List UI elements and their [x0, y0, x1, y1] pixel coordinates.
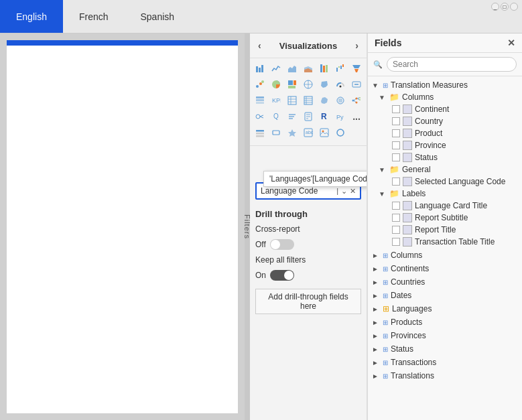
stacked-area-icon[interactable]	[301, 61, 316, 76]
checkbox-continent[interactable]	[392, 105, 400, 113]
panel-right-arrow[interactable]: ›	[352, 38, 361, 54]
tab-spanish[interactable]: Spanish	[125, 0, 191, 33]
svg-point-48	[359, 97, 361, 98]
shape-map-icon[interactable]	[317, 93, 332, 108]
close-button[interactable]	[510, 3, 518, 11]
smart-narrative-icon[interactable]	[285, 109, 300, 124]
lang-code-chevron[interactable]: ⌄	[341, 187, 347, 196]
field-group-header-languages[interactable]: ► ⊞ Languages	[368, 303, 522, 315]
tab-french[interactable]: French	[63, 0, 125, 33]
more-visuals-icon[interactable]: ...	[349, 109, 364, 124]
svg-rect-12	[342, 64, 344, 67]
svg-rect-7	[323, 66, 325, 72]
button-icon[interactable]	[269, 125, 283, 140]
add-drill-through-button[interactable]: Add drill-through fields here	[255, 289, 361, 314]
key-influencers-icon[interactable]	[253, 109, 267, 124]
svg-text:Q: Q	[273, 113, 279, 120]
table-icon: ⊞	[383, 252, 388, 259]
r-visual-icon[interactable]: R	[317, 109, 332, 124]
ribbon-chart-icon[interactable]	[317, 61, 332, 76]
checkbox-selected-lang-code[interactable]	[392, 178, 400, 186]
multi-row-card-icon[interactable]	[253, 93, 267, 108]
matrix-icon[interactable]	[301, 93, 316, 108]
table-icon: ⊞	[383, 279, 388, 286]
cross-report-label: Cross-report	[255, 224, 300, 234]
svg-marker-3	[288, 66, 296, 72]
field-item-transaction-table-title: Transaction Table Title	[368, 236, 522, 248]
field-group-header-columns[interactable]: ► ⊞ Columns	[368, 249, 522, 261]
panel-left-arrow[interactable]: ‹	[255, 38, 264, 54]
checkbox-province[interactable]	[392, 141, 400, 149]
lang-code-clear[interactable]: ✕	[350, 187, 356, 196]
cross-report-track[interactable]	[270, 239, 294, 250]
checkbox-status[interactable]	[392, 153, 400, 161]
card-icon[interactable]	[349, 77, 364, 92]
cross-report-toggle[interactable]: Off	[255, 239, 294, 250]
keep-filters-toggle[interactable]: On	[255, 270, 294, 281]
field-group-columns: ► ⊞ Columns	[368, 249, 522, 261]
tab-english[interactable]: English	[0, 0, 63, 33]
viz-header: ‹ Visualizations ›	[250, 33, 367, 58]
qna-icon[interactable]: Q	[269, 109, 283, 124]
svg-rect-11	[340, 66, 342, 69]
table-icon[interactable]	[285, 93, 300, 108]
field-folder-columns[interactable]: ▼ 📁 Columns	[368, 91, 522, 103]
waterfall-chart-icon[interactable]	[333, 61, 348, 76]
chevron-right-icon: ►	[372, 372, 380, 380]
shape-icon[interactable]	[333, 125, 348, 140]
search-input[interactable]	[387, 57, 517, 72]
python-visual-icon[interactable]: Py	[333, 109, 348, 124]
field-group-dates: ► ⊞ Dates	[368, 289, 522, 301]
field-folder-labels[interactable]: ▼ 📁 Labels	[368, 188, 522, 200]
filters-panel[interactable]: Filters	[245, 33, 250, 420]
field-folder-general[interactable]: ▼ 📁 General	[368, 163, 522, 176]
chevron-right-icon: ►	[372, 305, 380, 313]
field-group-header-dates[interactable]: ► ⊞ Dates	[368, 289, 522, 301]
slicer-icon[interactable]	[253, 125, 267, 140]
filled-map-icon[interactable]	[317, 77, 332, 92]
field-group-header-transactions[interactable]: ► ⊞ Transactions	[368, 356, 522, 368]
checkbox-transaction-table-title[interactable]	[392, 238, 400, 246]
fields-close-button[interactable]: ✕	[507, 38, 515, 48]
decomp-tree-icon[interactable]	[349, 93, 364, 108]
field-group-header-status[interactable]: ► ⊞ Status	[368, 343, 522, 355]
checkbox-lang-card-title[interactable]	[392, 202, 400, 210]
custom-visual-icon[interactable]	[285, 125, 300, 140]
text-box-icon[interactable]: abc	[301, 125, 316, 140]
minimize-button[interactable]: _	[491, 3, 499, 11]
azure-maps-icon[interactable]	[333, 93, 348, 108]
scatter-chart-icon[interactable]	[253, 77, 267, 92]
area-chart-icon[interactable]	[285, 61, 300, 76]
funnel-chart-icon[interactable]	[349, 61, 364, 76]
field-type-icon	[403, 141, 412, 150]
svg-marker-13	[352, 65, 361, 68]
maximize-button[interactable]: □	[501, 3, 509, 11]
treemap-icon[interactable]	[285, 77, 300, 92]
lang-code-label: Language Code	[261, 186, 336, 196]
field-group-countries: ► ⊞ Countries	[368, 276, 522, 288]
field-item-lang-card-title: Language Card Title	[368, 200, 522, 212]
field-group-header-translations[interactable]: ► ⊞ Translations	[368, 370, 522, 382]
keep-filters-label: Keep all filters	[255, 255, 306, 265]
kpi-icon[interactable]: KPI	[269, 93, 283, 108]
field-group-header-continents[interactable]: ► ⊞ Continents	[368, 263, 522, 275]
keep-filters-state: On	[255, 271, 266, 280]
field-group-header-provinces[interactable]: ► ⊞ Provinces	[368, 330, 522, 342]
field-group-header-countries[interactable]: ► ⊞ Countries	[368, 276, 522, 288]
gauge-icon[interactable]	[333, 77, 348, 92]
pie-chart-icon[interactable]	[269, 77, 283, 92]
stacked-bar-chart-icon[interactable]	[253, 61, 267, 76]
checkbox-country[interactable]	[392, 117, 400, 125]
keep-filters-track[interactable]	[270, 270, 294, 281]
line-chart-icon[interactable]	[269, 61, 283, 76]
map-icon[interactable]	[301, 77, 316, 92]
folder-icon: 📁	[389, 165, 399, 174]
checkbox-report-title[interactable]	[392, 226, 400, 234]
checkbox-product[interactable]	[392, 129, 400, 137]
chevron-down-icon: ▼	[379, 94, 387, 101]
image-icon[interactable]	[317, 125, 332, 140]
paginated-report-icon[interactable]	[301, 109, 316, 124]
checkbox-report-subtitle[interactable]	[392, 214, 400, 222]
field-group-header-translation-measures[interactable]: ▼ ⊞ Translation Measures	[368, 79, 522, 91]
field-group-header-products[interactable]: ► ⊞ Products	[368, 316, 522, 328]
